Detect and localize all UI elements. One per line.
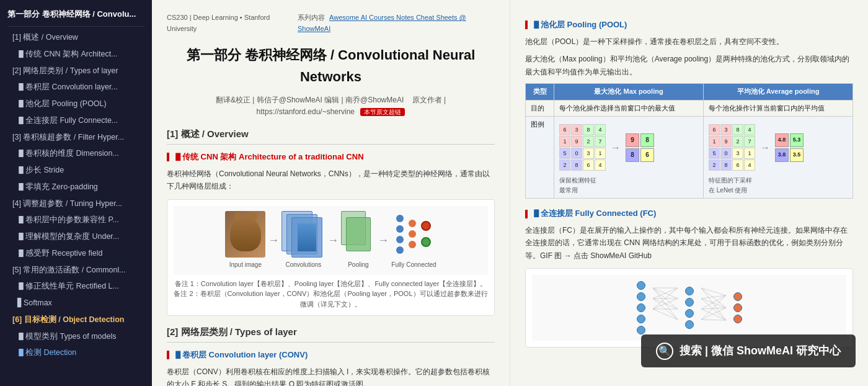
sidebar-item-layer-types[interactable]: [2] 网络层类别 / Types of layer: [0, 63, 152, 79]
cnn-diagram-container: Input image → Convolutions →: [167, 199, 495, 316]
main-content: CS230 | Deep Learning • Stanford Univers…: [152, 0, 868, 386]
fc-node: [637, 281, 645, 290]
header-right-label: 系列内容: [298, 14, 325, 21]
fc-output-node: [733, 292, 742, 301]
section1-heading: [1] 概述 / Overview: [167, 127, 495, 145]
sidebar-item-conv[interactable]: ▋卷积层 Convolution layer...: [0, 79, 152, 96]
subsec-conv-title: ▋卷积层 Convolution layer (CONV): [167, 349, 495, 362]
svg-line-21: [701, 295, 726, 320]
cnn-diagram: Input image → Convolutions →: [174, 206, 488, 275]
svg-line-16: [701, 298, 726, 308]
sidebar-item-detect[interactable]: ▋检测 Detection: [0, 344, 152, 361]
svg-line-12: [701, 288, 726, 295]
section2-heading-text: [2] 网络层类别 / Types of layer: [167, 326, 297, 337]
fc-connections-1: [653, 283, 678, 333]
pool-body2: 最大池化（Max pooling）和平均池化（Average pooling）是…: [525, 53, 853, 78]
pool-avg-legend: 特征图的下采样在 LeNet 使用: [709, 176, 848, 195]
page-translators: 翻译&校正 | 韩信子@ShowMeAI 编辑 | 南乔@ShowMeAI 原文…: [167, 94, 495, 118]
fc-node: [685, 287, 694, 295]
sidebar-item-padding[interactable]: ▋零填充 Zero-padding: [0, 179, 152, 195]
sidebar-item-relu[interactable]: ▋修正线性单元 Rectified L...: [0, 278, 152, 295]
cnn-fc-box: Fully Connected: [391, 211, 436, 270]
pool-row1-c2: 每个池化操作选择当前窗口中的最大值: [554, 100, 704, 117]
pool-col1: 类型: [526, 83, 554, 100]
svg-line-20: [701, 309, 726, 320]
fc-diagram: [532, 275, 846, 341]
page-header-left: CS230 | Deep Learning • Stanford Univers…: [167, 12, 298, 34]
pool-col2: 最大池化 Max pooling: [554, 83, 704, 100]
cnn-label-input: Input image: [229, 260, 262, 270]
fc-output-node: [733, 315, 742, 323]
pool-max-visual: 6384 1927 5031 2864 → 98 86 保留检测特征最常: [554, 117, 704, 199]
sidebar-item-overview[interactable]: [1] 概述 / Overview: [0, 29, 152, 46]
sidebar-item-filter[interactable]: [3] 卷积核超参数 / Filter Hyper...: [0, 129, 152, 146]
search-icon: 🔍: [656, 343, 673, 360]
fc-node: [685, 298, 694, 307]
diagram-note1: 备注 1：Convolution layer【卷积层】、Pooling laye…: [175, 280, 487, 287]
pool-max-matrix: 6384 1927 5031 2864: [559, 124, 606, 171]
sidebar-item-complexity[interactable]: ▋理解模型的复杂度 Under...: [0, 228, 152, 245]
pool-max-legend: 保留检测特征最常用: [559, 176, 698, 195]
sidebar-item-pool[interactable]: ▋池化层 Pooling (POOL): [0, 96, 152, 112]
page-right: ▋池化层 Pooling (POOL) 池化层（POOL）是一种下采样操作，通常…: [510, 0, 868, 386]
diagram-caption1: 备注 1：Convolution layer【卷积层】、Pooling laye…: [174, 279, 488, 310]
pool-avg-matrix: 6384 1927 5031 2864: [709, 124, 755, 171]
sidebar-top-title: 第一部分 卷积神经网络 / Convolu...: [0, 5, 152, 24]
pooling-table: 类型 最大池化 Max pooling 平均池化 Average pooling…: [525, 83, 853, 199]
pool-title-text: ▋池化层 Pooling (POOL): [533, 19, 627, 32]
arrow3: →: [378, 231, 389, 249]
fc-node: [637, 292, 645, 301]
fc-node: [685, 309, 694, 318]
fc-node: [637, 303, 645, 312]
pool-row1-c1: 目的: [526, 100, 554, 117]
fc-input-layer: [637, 281, 645, 334]
wechat-text: 搜索 | 微信 ShowMeAI 研究中心: [680, 342, 841, 360]
original-badge[interactable]: 本节原文超链: [360, 108, 405, 116]
svg-line-14: [701, 288, 726, 320]
svg-line-11: [653, 309, 678, 320]
sidebar-item-receptive[interactable]: ▋感受野 Receptive field: [0, 245, 152, 262]
arrow1: →: [268, 231, 279, 249]
cnn-input-box: Input image: [225, 211, 265, 270]
cnn-conv-box: Convolutions: [281, 211, 325, 270]
sidebar-item-cnn-arch[interactable]: ▋传统 CNN 架构 Architect...: [0, 46, 152, 63]
fc-title-text: ▋全连接层 Fully Connected (FC): [533, 207, 656, 220]
sidebar-item-activation[interactable]: [5] 常用的激活函数 / Commonl...: [0, 262, 152, 279]
pool-row1-c3: 每个池化操作计算当前窗口内的平均值: [704, 100, 853, 117]
pool-body1: 池化层（POOL）是一种下采样操作，通常接在卷积层之后，具有空间不变性。: [525, 35, 853, 48]
sidebar-item-tuning[interactable]: [4] 调整超参数 / Tuning Hyper...: [0, 195, 152, 212]
pool-arrow2: →: [760, 140, 770, 156]
fc-body-text: 全连接层（FC）是在展开的输入上操作的，其中每个输入都会和所有神经元连接。如果网…: [525, 224, 853, 262]
page-left: CS230 | Deep Learning • Stanford Univers…: [152, 0, 510, 386]
pool-max-result: 98 86: [626, 133, 654, 162]
sidebar-item-fc[interactable]: ▋全连接层 Fully Connecte...: [0, 112, 152, 129]
cnn-body-text: 卷积神经网络（Convolutional Neural Networks，CNN…: [167, 168, 495, 193]
fc-output-layer: [733, 292, 742, 323]
fc-node: [637, 326, 645, 334]
fc-node: [637, 315, 645, 323]
translators-text: 翻译&校正 | 韩信子@ShowMeAI 编辑 | 南乔@ShowMeAI: [216, 96, 404, 104]
svg-line-18: [701, 295, 726, 309]
fc-hidden-layer1: [685, 287, 694, 329]
sidebar-item-dimension[interactable]: ▋卷积核的维度 Dimension...: [0, 145, 152, 162]
subsec-cnn-text: ▋传统 CNN 架构 Architecture of a traditional…: [174, 151, 364, 164]
pool-arrow1: →: [611, 140, 621, 156]
svg-line-23: [701, 320, 726, 320]
svg-line-17: [701, 298, 726, 320]
sidebar-item-softmax[interactable]: ▋Softmax: [0, 295, 152, 312]
pool-section-title: ▋池化层 Pooling (POOL): [525, 19, 853, 32]
wechat-overlay: 🔍 搜索 | 微信 ShowMeAI 研究中心: [641, 334, 856, 367]
cnn-label-pool: Pooling: [348, 260, 368, 270]
page-header: CS230 | Deep Learning • Stanford Univers…: [167, 12, 495, 34]
fc-connections-2: [701, 283, 726, 333]
sidebar-item-compat[interactable]: ▋卷积层中的参数兼容性 P...: [0, 212, 152, 228]
section2-heading: [2] 网络层类别 / Types of layer: [167, 325, 495, 343]
pool-col3: 平均池化 Average pooling: [704, 83, 853, 100]
sidebar-item-model-types[interactable]: ▋模型类别 Types of models: [0, 328, 152, 345]
fc-node: [685, 320, 694, 329]
conv-body-text: 卷积层（CONV）利用卷积核在相应的维度上扫描输入 I，来实现卷积操作。它的超参…: [167, 366, 495, 386]
sidebar-item-stride[interactable]: ▋步长 Stride: [0, 162, 152, 179]
sidebar-item-detection-section[interactable]: [6] 目标检测 / Object Detection: [0, 312, 152, 328]
arrow2: →: [327, 231, 339, 249]
pool-avg-result: 4.85.3 3.83.5: [775, 133, 804, 162]
